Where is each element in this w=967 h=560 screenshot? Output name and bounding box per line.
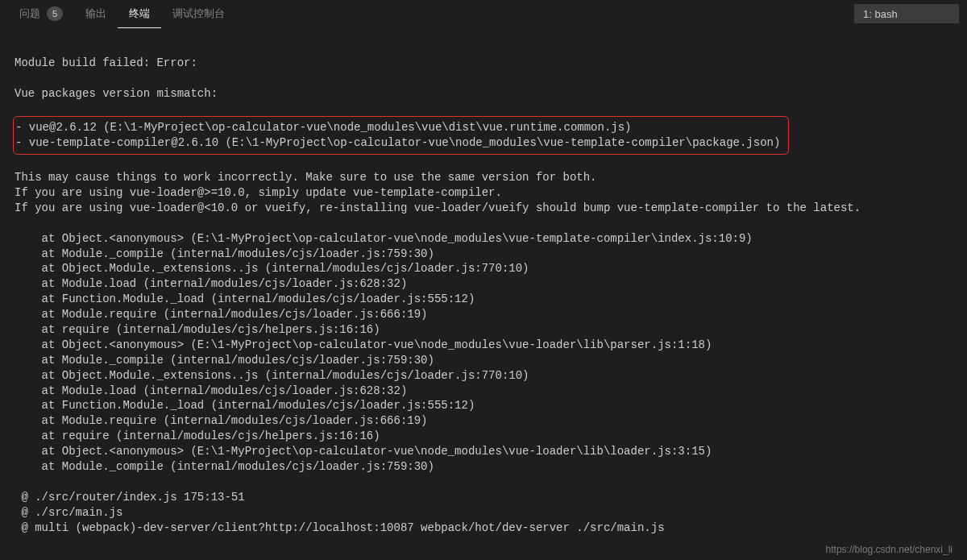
stack-trace-line: at require (internal/modules/cjs/helpers… [15, 429, 380, 442]
watermark-text: https://blog.csdn.net/chenxi_li [826, 544, 952, 555]
tab-problems-label: 问题 [19, 6, 40, 21]
stack-trace-line: at Module._compile (internal/modules/cjs… [15, 354, 434, 367]
tab-group: 问题 5 输出 终端 调试控制台 [8, 0, 854, 28]
terminal-output[interactable]: Module build failed: Error: Vue packages… [0, 28, 967, 548]
stack-trace-line: at Function.Module._load (internal/modul… [15, 399, 475, 412]
problems-count-badge: 5 [47, 6, 63, 21]
tab-terminal[interactable]: 终端 [118, 0, 161, 28]
stack-trace-line: at Module.require (internal/modules/cjs/… [15, 414, 427, 427]
panel-tab-bar: 问题 5 输出 终端 调试控制台 1: bash [0, 0, 967, 28]
tab-problems[interactable]: 问题 5 [8, 0, 74, 28]
stack-trace-line: at Object.<anonymous> (E:\1-MyProject\op… [15, 445, 712, 458]
terminal-line: This may cause things to work incorrectl… [15, 171, 597, 184]
stack-trace-line: at Object.<anonymous> (E:\1-MyProject\op… [15, 338, 712, 351]
terminal-selector-value: 1: bash [863, 8, 898, 20]
stack-trace-line: at Module._compile (internal/modules/cjs… [15, 247, 434, 260]
stack-trace-line: at Module.load (internal/modules/cjs/loa… [15, 384, 407, 397]
terminal-line: - vue@2.6.12 (E:\1-MyProject\op-calculat… [15, 121, 632, 134]
stack-trace-line: at Module.require (internal/modules/cjs/… [15, 308, 427, 321]
stack-trace-line: at Module.load (internal/modules/cjs/loa… [15, 277, 407, 290]
error-highlight-box: - vue@2.6.12 (E:\1-MyProject\op-calculat… [13, 116, 789, 155]
terminal-line: If you are using vue-loader@>=10.0, simp… [15, 186, 502, 199]
terminal-line: @ ./src/main.js [15, 506, 122, 519]
tab-output[interactable]: 输出 [74, 0, 118, 28]
terminal-line: @ multi (webpack)-dev-server/client?http… [15, 521, 665, 534]
tab-output-label: 输出 [85, 6, 106, 21]
stack-trace-line: at require (internal/modules/cjs/helpers… [15, 323, 380, 336]
stack-trace-line: at Function.Module._load (internal/modul… [15, 292, 475, 305]
tab-debug-console-label: 调试控制台 [172, 6, 225, 21]
terminal-selector-dropdown[interactable]: 1: bash [854, 4, 959, 23]
tab-terminal-label: 终端 [129, 6, 150, 21]
terminal-line: @ ./src/router/index.js 175:13-51 [15, 491, 245, 504]
terminal-line: Module build failed: Error: [15, 56, 197, 69]
terminal-line: If you are using vue-loader@<10.0 or vue… [15, 201, 861, 214]
stack-trace-line: at Object.Module._extensions..js (intern… [15, 262, 529, 275]
terminal-line: - vue-template-compiler@2.6.10 (E:\1-MyP… [15, 136, 780, 149]
stack-trace-line: at Object.<anonymous> (E:\1-MyProject\op… [15, 232, 753, 245]
terminal-line: Vue packages version mismatch: [15, 87, 218, 100]
stack-trace-line: at Module._compile (internal/modules/cjs… [15, 460, 434, 473]
tab-debug-console[interactable]: 调试控制台 [161, 0, 236, 28]
stack-trace-line: at Object.Module._extensions..js (intern… [15, 369, 529, 382]
